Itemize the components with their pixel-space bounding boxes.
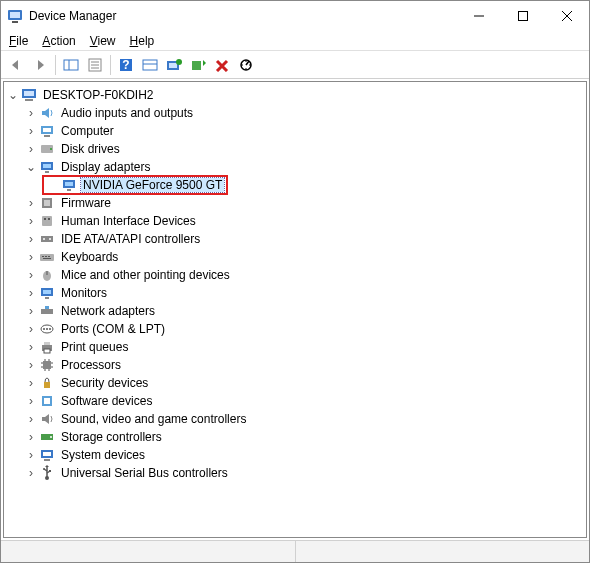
svg-rect-4 xyxy=(519,12,528,21)
help-button[interactable]: ? xyxy=(115,54,137,76)
tree-item-label: Software devices xyxy=(59,394,154,408)
properties-button[interactable] xyxy=(84,54,106,76)
tree-item[interactable]: ›Print queues xyxy=(4,338,586,356)
svg-rect-46 xyxy=(45,256,47,257)
tree-item-label: Processors xyxy=(59,358,123,372)
tree-item[interactable]: ›System devices xyxy=(4,446,586,464)
tree-item[interactable]: ›Universal Serial Bus controllers xyxy=(4,464,586,482)
chevron-right-icon[interactable]: › xyxy=(24,412,38,426)
chevron-right-icon[interactable]: › xyxy=(24,430,38,444)
gpu-icon xyxy=(61,177,77,193)
sound-icon xyxy=(39,411,55,427)
chevron-right-icon[interactable]: › xyxy=(24,142,38,156)
storage-icon xyxy=(39,429,55,445)
tree-item[interactable]: ›Security devices xyxy=(4,374,586,392)
toolbar-separator xyxy=(55,55,56,75)
chevron-right-icon[interactable]: › xyxy=(24,304,38,318)
chevron-right-icon[interactable]: › xyxy=(24,448,38,462)
menu-help[interactable]: Help xyxy=(130,34,155,48)
tree-item[interactable]: ›Keyboards xyxy=(4,248,586,266)
tree-item[interactable]: ›Storage controllers xyxy=(4,428,586,446)
tree-item[interactable]: ›Network adapters xyxy=(4,302,586,320)
firmware-icon xyxy=(39,195,55,211)
minimize-button[interactable] xyxy=(457,1,501,31)
chevron-right-icon[interactable]: › xyxy=(24,340,38,354)
chevron-right-icon[interactable]: › xyxy=(24,466,38,480)
tree-item-label: IDE ATA/ATAPI controllers xyxy=(59,232,202,246)
svg-rect-48 xyxy=(43,258,51,259)
tree-item[interactable]: ›Monitors xyxy=(4,284,586,302)
tree-item[interactable]: ›IDE ATA/ATAPI controllers xyxy=(4,230,586,248)
console-tree-button[interactable] xyxy=(139,54,161,76)
chevron-right-icon[interactable]: › xyxy=(24,358,38,372)
tree-item-label: Universal Serial Bus controllers xyxy=(59,466,230,480)
svg-rect-52 xyxy=(43,290,51,294)
network-icon xyxy=(39,303,55,319)
tree-item[interactable]: ›Computer xyxy=(4,122,586,140)
tree-item-label: Computer xyxy=(59,124,116,138)
svg-rect-72 xyxy=(44,382,50,388)
uninstall-device-button[interactable] xyxy=(211,54,233,76)
tree-child-label: NVIDIA GeForce 9500 GT xyxy=(81,178,224,192)
computer-icon xyxy=(21,87,37,103)
tree-item[interactable]: ›Audio inputs and outputs xyxy=(4,104,586,122)
chevron-down-icon[interactable]: ⌄ xyxy=(6,88,20,102)
menu-action[interactable]: Action xyxy=(42,34,75,48)
svg-point-58 xyxy=(46,328,48,330)
svg-rect-74 xyxy=(44,398,50,404)
chevron-right-icon[interactable]: › xyxy=(24,196,38,210)
svg-rect-55 xyxy=(45,306,49,309)
svg-rect-39 xyxy=(44,218,46,220)
update-driver-button[interactable] xyxy=(163,54,185,76)
chevron-right-icon[interactable]: › xyxy=(24,106,38,120)
hid-icon xyxy=(39,213,55,229)
usb-icon xyxy=(39,465,55,481)
scan-hardware-button[interactable] xyxy=(235,54,257,76)
maximize-button[interactable] xyxy=(501,1,545,31)
svg-rect-26 xyxy=(43,128,51,132)
forward-button[interactable] xyxy=(29,54,51,76)
menu-file[interactable]: File xyxy=(9,34,28,48)
menu-view[interactable]: View xyxy=(90,34,116,48)
chevron-right-icon[interactable]: › xyxy=(24,214,38,228)
chevron-right-icon[interactable]: › xyxy=(24,268,38,282)
chevron-right-icon[interactable]: › xyxy=(24,286,38,300)
chevron-right-icon[interactable]: › xyxy=(24,376,38,390)
chevron-right-icon[interactable]: › xyxy=(24,322,38,336)
chevron-right-icon[interactable]: › xyxy=(24,124,38,138)
close-button[interactable] xyxy=(545,1,589,31)
device-tree[interactable]: ⌄ DESKTOP-F0KDIH2 ›Audio inputs and outp… xyxy=(3,81,587,538)
print-icon xyxy=(39,339,55,355)
tree-item-label: Disk drives xyxy=(59,142,122,156)
tree-item-label: System devices xyxy=(59,448,147,462)
svg-rect-1 xyxy=(10,12,20,18)
svg-point-19 xyxy=(176,59,182,65)
enable-device-button[interactable] xyxy=(187,54,209,76)
chevron-right-icon[interactable]: › xyxy=(24,394,38,408)
tree-child-item[interactable]: NVIDIA GeForce 9500 GT xyxy=(4,176,586,194)
tree-item[interactable]: ›Firmware xyxy=(4,194,586,212)
tree-item[interactable]: ›Mice and other pointing devices xyxy=(4,266,586,284)
tree-root[interactable]: ⌄ DESKTOP-F0KDIH2 xyxy=(4,86,586,104)
chevron-right-icon[interactable]: › xyxy=(24,232,38,246)
tree-item[interactable]: ›Ports (COM & LPT) xyxy=(4,320,586,338)
tree-item[interactable]: ›Software devices xyxy=(4,392,586,410)
svg-rect-40 xyxy=(48,218,50,220)
svg-rect-78 xyxy=(43,452,51,456)
tree-item[interactable]: ›Human Interface Devices xyxy=(4,212,586,230)
show-hide-console-button[interactable] xyxy=(60,54,82,76)
tree-item[interactable]: ⌄Display adapters xyxy=(4,158,586,176)
svg-rect-23 xyxy=(24,91,34,96)
back-button[interactable] xyxy=(5,54,27,76)
tree-item[interactable]: ›Processors xyxy=(4,356,586,374)
statusbar xyxy=(1,540,589,562)
monitor-icon xyxy=(39,285,55,301)
chevron-right-icon[interactable]: › xyxy=(24,250,38,264)
svg-rect-44 xyxy=(40,254,54,261)
svg-rect-61 xyxy=(44,342,50,345)
toolbar: ? xyxy=(1,51,589,79)
svg-rect-35 xyxy=(67,189,71,191)
chevron-down-icon[interactable]: ⌄ xyxy=(24,160,38,174)
tree-item[interactable]: ›Disk drives xyxy=(4,140,586,158)
tree-item[interactable]: ›Sound, video and game controllers xyxy=(4,410,586,428)
